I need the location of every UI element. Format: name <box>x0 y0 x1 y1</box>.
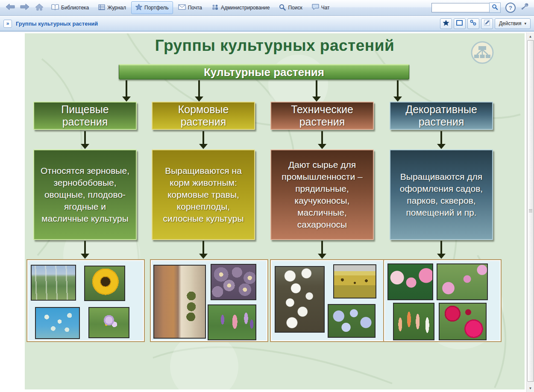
favorite-button[interactable] <box>440 18 452 29</box>
help-button[interactable]: ? <box>505 3 516 13</box>
toolbar-right-group: ? <box>431 3 531 13</box>
nav-administration[interactable]: Администрирование <box>207 2 274 14</box>
star-icon <box>135 4 142 12</box>
window-icon <box>456 20 463 27</box>
group-header-decorative: Декоративные растения <box>390 102 493 130</box>
photo-panel-food <box>26 259 145 342</box>
photo-peonies[interactable] <box>437 263 488 300</box>
nav-search[interactable]: Поиск <box>275 1 306 15</box>
nav-search-label: Поиск <box>288 5 302 11</box>
key-button[interactable] <box>520 3 529 13</box>
connector-arrow <box>312 80 321 102</box>
scroll-down-button[interactable]: ▼ <box>527 385 534 392</box>
nav-journal-label: Журнал <box>107 5 126 11</box>
photo-pea-pods[interactable] <box>153 265 206 339</box>
scroll-up-button[interactable]: ▲ <box>527 33 534 40</box>
hierarchy-diagram-icon <box>470 41 494 64</box>
connector-arrow <box>318 131 326 149</box>
group-header-technical: Технические растения <box>270 102 374 130</box>
relations-icon <box>470 20 476 27</box>
nav-journal[interactable]: Журнал <box>94 2 130 14</box>
nav-portfolio[interactable]: Портфель <box>131 1 173 14</box>
question-mark-icon: ? <box>509 5 512 11</box>
nav-mail-label: Почта <box>188 5 202 11</box>
connector-arrow <box>318 241 326 259</box>
journal-icon <box>98 4 105 12</box>
group-description-fodder: Выращиваются на корм животным: кормовые … <box>152 149 255 240</box>
group-description-food: Относятся зерновые, зернобобовые, овощны… <box>33 149 137 240</box>
connector-arrow <box>437 241 446 259</box>
photo-blossoming-tree[interactable] <box>35 307 80 339</box>
nav-administration-label: Администрирование <box>221 5 270 11</box>
page-header-bar: » Группы культурных растений Действия ▾ <box>0 16 534 32</box>
root-node: Культурные растения <box>119 64 409 79</box>
photo-panel-technical <box>270 259 388 342</box>
photo-turnip-roots[interactable] <box>211 264 256 300</box>
photo-panel-decorative <box>383 259 502 342</box>
group-header-food: Пищевые растения <box>33 102 137 130</box>
group-description-decorative: Выращиваются для оформления садов, парко… <box>390 149 493 240</box>
home-button[interactable] <box>32 2 46 14</box>
slide-title: Группы культурных растений <box>25 37 525 55</box>
magnifier-icon <box>492 4 498 12</box>
photo-gladioli[interactable] <box>393 303 434 340</box>
photo-sunflower-field[interactable] <box>333 264 376 298</box>
expand-panel-button[interactable]: » <box>3 20 12 28</box>
edit-button[interactable] <box>481 18 493 29</box>
connector-arrow <box>195 80 203 102</box>
photo-potato-flowers[interactable] <box>88 307 129 338</box>
connector-arrow <box>199 241 208 259</box>
back-button[interactable] <box>3 2 17 14</box>
group-header-fodder: Кормовые растения <box>152 102 255 130</box>
nav-chat[interactable]: Чат <box>308 1 334 14</box>
search-icon <box>279 4 286 12</box>
nav-library-label: Библиотека <box>61 5 89 11</box>
photo-lupine-field[interactable] <box>208 304 256 340</box>
star-icon <box>443 20 449 28</box>
mail-icon <box>178 4 186 11</box>
book-icon <box>51 4 59 12</box>
search-submit-button[interactable] <box>489 3 501 13</box>
photo-sunflower[interactable] <box>84 266 125 301</box>
connector-arrow <box>393 80 402 102</box>
chevron-down-icon: ▾ <box>524 21 526 26</box>
photo-wheat-field[interactable] <box>31 265 76 301</box>
photo-roses[interactable] <box>439 303 487 340</box>
connector-arrow <box>122 80 131 102</box>
page-actions-group: Действия ▾ <box>440 18 531 29</box>
users-icon <box>211 4 219 12</box>
photo-flax-flowers[interactable] <box>328 304 376 338</box>
nav-mail[interactable]: Почта <box>174 2 206 14</box>
content-area: Группы культурных растений Культурные ра… <box>0 32 534 392</box>
connector-arrow <box>81 241 89 259</box>
diagram-slide: Группы культурных растений Культурные ра… <box>25 33 525 389</box>
photo-pink-asters[interactable] <box>387 263 433 300</box>
vertical-scrollbar[interactable]: ▲ ▼ <box>526 32 534 392</box>
nav-chat-label: Чат <box>321 5 330 11</box>
window-view-button[interactable] <box>454 18 466 29</box>
forward-button[interactable] <box>18 2 32 14</box>
actions-label: Действия <box>499 20 522 26</box>
chat-icon <box>312 4 319 12</box>
connector-arrow <box>437 131 446 149</box>
page-title: Группы культурных растений <box>16 20 98 27</box>
actions-dropdown[interactable]: Действия ▾ <box>495 18 531 29</box>
chevrons-icon: » <box>6 21 9 26</box>
nav-portfolio-label: Портфель <box>144 5 169 11</box>
application-window: Библиотека Журнал Портфель Почта Админис… <box>0 0 534 392</box>
nav-library[interactable]: Библиотека <box>47 2 93 14</box>
global-search-input[interactable] <box>431 3 490 12</box>
key-icon <box>520 3 529 13</box>
connector-arrow <box>81 131 89 149</box>
group-description-technical: Дают сырье для промышленности – прядильн… <box>270 149 374 240</box>
main-toolbar: Библиотека Журнал Портфель Почта Админис… <box>0 0 534 16</box>
back-arrow-icon <box>6 3 15 12</box>
home-icon <box>35 3 44 12</box>
forward-arrow-icon <box>20 3 29 12</box>
pencil-icon <box>484 20 490 27</box>
scrollbar-thumb[interactable] <box>527 40 534 382</box>
photo-cotton-plant[interactable] <box>275 266 325 333</box>
relations-button[interactable] <box>467 18 479 29</box>
photo-panel-fodder <box>150 259 268 342</box>
scrollbar-grip-icon <box>529 209 532 213</box>
